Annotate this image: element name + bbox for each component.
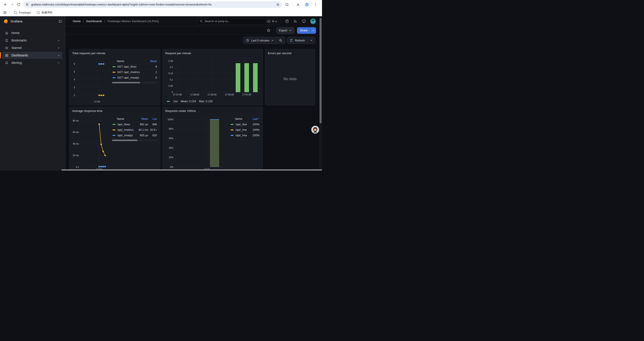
breadcrumb-home[interactable]: Home: [73, 20, 81, 23]
series-name[interactable]: /api/_/readyz: [117, 134, 134, 137]
legend-row[interactable]: /api/_/readyz 100%: [230, 133, 260, 138]
site-settings-icon[interactable]: [24, 2, 30, 8]
zoom-out-button[interactable]: [276, 37, 285, 44]
svg-text:20 ms: 20 ms: [72, 154, 79, 157]
sidebar-item-alerting[interactable]: Alerting: [2, 59, 62, 66]
share-button[interactable]: Share: [297, 27, 310, 34]
breadcrumb-dashboards[interactable]: Dashboards: [86, 20, 102, 23]
apps-grid-icon[interactable]: [3, 11, 7, 15]
floating-assistant-avatar[interactable]: [311, 126, 319, 134]
bookmark-folder-freeleaps[interactable]: Freeleaps: [12, 10, 32, 15]
legend-header: Name Mean Las: [112, 117, 158, 122]
legend-header-name[interactable]: Name: [235, 117, 247, 121]
legend-header-name[interactable]: Name: [117, 60, 144, 63]
svg-text:80%: 80%: [169, 128, 174, 130]
dashboard-actions-bar: Export Share: [66, 26, 322, 35]
legend-header-mean[interactable]: Mean: [144, 60, 157, 63]
average-response-time-chart[interactable]: 80 ms60 ms40 ms20 ms0 s17:40: [72, 113, 110, 171]
scrollbar-thumb[interactable]: [320, 18, 322, 123]
export-button[interactable]: Export: [276, 27, 294, 34]
legend-header-mean[interactable]: Mean: [134, 117, 148, 121]
time-range-picker[interactable]: Last 5 minutes: [243, 37, 276, 44]
svg-text:40%: 40%: [169, 147, 174, 149]
sidebar-item-bookmarks[interactable]: Bookmarks: [2, 37, 62, 44]
legend-item-2xx[interactable]: 2xx: [167, 100, 178, 103]
legend-row[interactable]: /api/_/readyz 605 µs 620: [112, 133, 158, 138]
dashboards-grid-icon: [5, 54, 8, 57]
legend-header-name[interactable]: Name: [117, 117, 134, 121]
series-name[interactable]: /api/_/metrics: [236, 128, 247, 131]
extensions-icon[interactable]: [284, 1, 290, 8]
chevron-down-icon[interactable]: [57, 62, 60, 64]
chevron-down-icon: [312, 29, 315, 32]
chevron-down-icon[interactable]: [57, 54, 60, 57]
svg-text:17:41:00: 17:41:00: [242, 93, 251, 96]
series-name[interactable]: /api/_/livez: [236, 123, 247, 126]
series-name[interactable]: GET /api/_/readyz: [117, 76, 144, 79]
brand-area: Grafana: [0, 16, 66, 26]
series-swatch: [112, 129, 116, 130]
panel-title[interactable]: Requests under 100ms: [165, 108, 260, 113]
forward-icon[interactable]: [9, 1, 15, 8]
url-text[interactable]: grafana.mathmast.com/d/deytv4rwavabkb/fr…: [31, 3, 276, 6]
chevron-down-icon[interactable]: [57, 47, 60, 49]
legend-row[interactable]: GET /api/_/readyz 6: [112, 75, 158, 80]
news-rss-icon[interactable]: [293, 19, 298, 23]
search-input[interactable]: Search or jump to... ⌘+k: [197, 18, 280, 25]
monitor-icon[interactable]: [302, 19, 306, 24]
requests-under-100ms-chart[interactable]: 100%80%60%40%20%0%17:40: [165, 113, 228, 171]
series-name[interactable]: /api/_/metrics: [117, 128, 134, 131]
bookmark-folder-blogs[interactable]: 收藏博客: [35, 10, 54, 15]
series-swatch: [230, 124, 234, 125]
series-name[interactable]: GET /api/_/livez: [117, 65, 144, 68]
refresh-interval-dropdown[interactable]: [307, 37, 315, 44]
help-icon[interactable]: [285, 19, 289, 23]
legend-scrollbar[interactable]: [112, 82, 158, 83]
legend-row[interactable]: /api/_/livez 100%: [230, 122, 260, 127]
sidebar-item-starred[interactable]: Starred: [2, 44, 62, 51]
refresh-group: Refresh: [287, 37, 315, 44]
menu-dots-icon[interactable]: [312, 1, 319, 8]
shortcut-chip: ⌘+k: [266, 19, 278, 24]
panel-title[interactable]: Errors per second: [268, 51, 312, 56]
legend-row[interactable]: GET /api/_/livez 6: [112, 64, 158, 69]
user-avatar[interactable]: [310, 19, 316, 24]
series-name[interactable]: /api/_/readyz: [236, 134, 247, 137]
series-name[interactable]: GET /api/_/metrics: [117, 71, 144, 74]
profile-icon[interactable]: [304, 1, 310, 8]
legend-row[interactable]: /api/_/metrics 100%: [230, 127, 260, 133]
sidebar-item-dashboards[interactable]: Dashboards: [2, 52, 62, 59]
bookmark-star-icon[interactable]: [276, 3, 280, 6]
sidebar-item-home[interactable]: Home: [2, 30, 62, 37]
reload-icon[interactable]: [15, 1, 22, 8]
scrollbar-thumb[interactable]: [112, 82, 140, 83]
svg-text:0.25: 0.25: [168, 60, 173, 62]
downloads-icon[interactable]: [295, 1, 302, 8]
panel-title[interactable]: Total requests per minute: [72, 51, 158, 56]
page-vertical-scrollbar[interactable]: [319, 16, 322, 171]
dock-menu-icon[interactable]: [58, 19, 62, 23]
page-horizontal-scrollbar[interactable]: [62, 169, 322, 171]
chevron-down-icon[interactable]: [57, 39, 60, 42]
panel-title[interactable]: Average response time: [72, 108, 158, 113]
total-requests-chart[interactable]: 6543217:40: [72, 56, 110, 105]
back-icon[interactable]: [2, 1, 9, 8]
panel-title[interactable]: Request per minute: [165, 51, 260, 56]
legend-row[interactable]: GET /api/_/metrics 2: [112, 69, 158, 75]
legend-header-last[interactable]: Last *: [247, 117, 260, 121]
legend-row[interactable]: /api/_/metrics 40.1 ms 20.5 r: [112, 127, 158, 133]
legend-row[interactable]: /api/_/livez 661 µs 646: [112, 122, 158, 127]
scrollbar-thumb[interactable]: [112, 140, 138, 141]
series-last: 620: [148, 134, 157, 137]
legend-header-last[interactable]: Las: [148, 117, 157, 121]
request-per-minute-chart[interactable]: 0.250.20.150.10.05017:37:0017:38:0017:39…: [165, 56, 260, 99]
series-swatch: [112, 72, 116, 73]
series-name: 2xx: [174, 100, 178, 103]
series-name[interactable]: /api/_/livez: [117, 123, 134, 126]
share-dropdown-button[interactable]: [310, 27, 316, 34]
refresh-button[interactable]: Refresh: [287, 37, 307, 44]
legend-scrollbar[interactable]: [112, 140, 158, 141]
url-bar[interactable]: grafana.mathmast.com/d/deytv4rwavabkb/fr…: [23, 1, 282, 8]
favorite-star-icon[interactable]: [266, 28, 271, 33]
series-last: 100%: [247, 134, 260, 137]
